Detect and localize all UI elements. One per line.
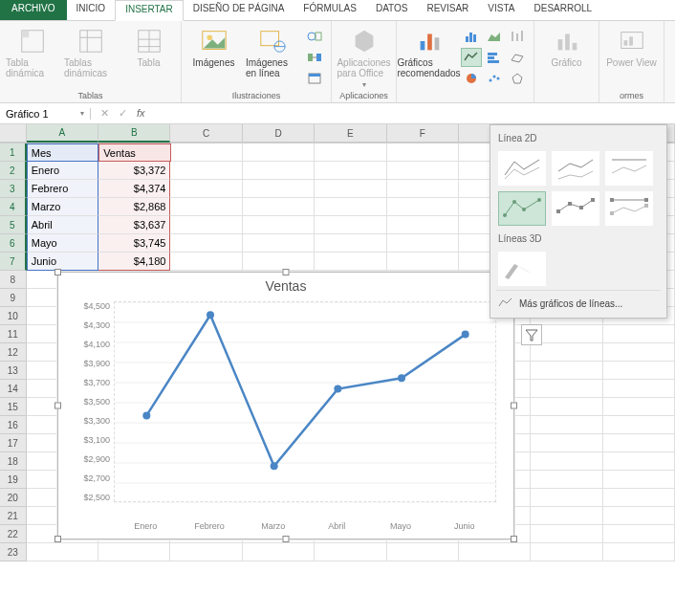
embedded-chart[interactable]: Ventas $4,500$4,300$4,100$3,900$3,700$3,… — [57, 272, 514, 539]
rowhead-12[interactable]: 12 — [0, 343, 27, 362]
cell[interactable] — [603, 325, 675, 343]
cell[interactable] — [531, 434, 602, 452]
cell[interactable] — [170, 198, 242, 216]
rowhead-13[interactable]: 13 — [0, 362, 27, 380]
colhead-A[interactable]: A — [27, 124, 98, 143]
cell[interactable] — [387, 198, 459, 216]
shapes-button[interactable] — [304, 27, 325, 46]
rowhead-3[interactable]: 3 — [0, 180, 27, 198]
resize-handle[interactable] — [511, 536, 517, 542]
surface-chart-button[interactable] — [507, 48, 528, 67]
cell[interactable] — [387, 234, 459, 253]
scatter-chart-button[interactable] — [484, 69, 505, 88]
tab-insert[interactable]: INSERTAR — [115, 0, 184, 21]
cell[interactable]: $3,745 — [98, 234, 170, 253]
tab-review[interactable]: REVISAR — [417, 0, 478, 20]
cell[interactable] — [315, 198, 386, 216]
cell[interactable] — [531, 525, 602, 543]
powerview-button[interactable]: Power View — [605, 27, 658, 68]
pivotchart-button[interactable]: Gráfico — [540, 27, 593, 68]
cell[interactable] — [243, 198, 315, 216]
cell[interactable]: $2,868 — [98, 198, 170, 216]
rowhead-22[interactable]: 22 — [0, 525, 27, 543]
smartart-button[interactable] — [304, 48, 325, 67]
cancel-icon[interactable]: ✕ — [100, 107, 109, 120]
cell[interactable]: $4,374 — [98, 180, 170, 198]
bar-chart-button[interactable] — [461, 27, 482, 46]
images-online-button[interactable]: Imágenes en línea — [246, 27, 298, 78]
cell[interactable] — [603, 416, 675, 434]
radar-chart-button[interactable] — [507, 69, 528, 88]
cell[interactable] — [315, 162, 386, 180]
cell[interactable] — [603, 543, 675, 561]
hbar-chart-button[interactable] — [484, 48, 505, 67]
cell[interactable] — [387, 543, 459, 561]
cell[interactable]: Enero — [27, 162, 98, 180]
cell[interactable] — [170, 180, 242, 198]
worksheet-grid[interactable]: A B C D E F G H I 1MesVentas2Enero$3,372… — [0, 124, 675, 561]
tab-developer[interactable]: DESARROLL — [525, 0, 602, 20]
cell[interactable] — [27, 543, 98, 561]
area-chart-button[interactable] — [484, 27, 505, 46]
rowhead-4[interactable]: 4 — [0, 198, 27, 216]
cell[interactable] — [531, 398, 602, 416]
cell[interactable] — [243, 162, 315, 180]
line-chart-button[interactable] — [461, 48, 482, 67]
cell[interactable]: Febrero — [27, 180, 98, 198]
cell[interactable] — [603, 434, 675, 452]
rowhead-20[interactable]: 20 — [0, 489, 27, 507]
rowhead-19[interactable]: 19 — [0, 471, 27, 489]
cell[interactable] — [243, 234, 315, 253]
resize-handle[interactable] — [283, 536, 290, 542]
recommended-pivots-button[interactable]: Tablas dinámicas — [64, 27, 117, 78]
line2d-option-3[interactable] — [605, 151, 653, 186]
rowhead-8[interactable]: 8 — [0, 271, 27, 289]
line2d-markers-option-1[interactable] — [498, 191, 546, 226]
tab-home[interactable]: INICIO — [67, 0, 116, 20]
pie-chart-button[interactable] — [461, 69, 482, 88]
cell[interactable] — [531, 343, 602, 362]
cell[interactable]: $3,637 — [98, 216, 170, 234]
rowhead-14[interactable]: 14 — [0, 380, 27, 398]
rowhead-1[interactable]: 1 — [0, 143, 27, 162]
cell[interactable] — [387, 180, 459, 198]
cell[interactable] — [603, 452, 675, 471]
tab-data[interactable]: DATOS — [366, 0, 418, 20]
tab-view[interactable]: VISTA — [478, 0, 524, 20]
rowhead-2[interactable]: 2 — [0, 162, 27, 180]
rowhead-18[interactable]: 18 — [0, 452, 27, 471]
cell[interactable] — [531, 452, 602, 471]
screenshot-button[interactable] — [304, 69, 325, 88]
cell[interactable] — [170, 162, 242, 180]
cell[interactable] — [387, 143, 459, 162]
cell[interactable]: Mes — [27, 143, 98, 162]
table-button[interactable]: Tabla — [122, 27, 175, 68]
line3d-option-1[interactable] — [498, 252, 546, 286]
rowhead-9[interactable]: 9 — [0, 289, 27, 307]
cell[interactable] — [531, 416, 602, 434]
cell[interactable] — [603, 489, 675, 507]
cell[interactable] — [531, 380, 602, 398]
tab-file[interactable]: ARCHIVO — [0, 0, 67, 20]
cell[interactable]: Ventas — [98, 143, 170, 162]
rowhead-7[interactable]: 7 — [0, 253, 27, 271]
tab-pagelayout[interactable]: DISEÑO DE PÁGINA — [184, 0, 294, 20]
rowhead-5[interactable]: 5 — [0, 216, 27, 234]
cell[interactable] — [531, 489, 602, 507]
pivottable-button[interactable]: Tabla dinámica — [6, 27, 58, 78]
cell[interactable] — [387, 216, 459, 234]
cell[interactable] — [603, 525, 675, 543]
rowhead-11[interactable]: 11 — [0, 325, 27, 343]
tab-formulas[interactable]: FÓRMULAS — [294, 0, 366, 20]
rowhead-17[interactable]: 17 — [0, 434, 27, 452]
cell[interactable] — [98, 543, 170, 561]
recommended-charts-button[interactable]: Gráficos recomendados — [403, 27, 455, 78]
apps-button[interactable]: Aplicaciones para Office — [338, 27, 390, 89]
rowhead-23[interactable]: 23 — [0, 543, 27, 561]
cell[interactable] — [531, 362, 602, 380]
cell[interactable] — [459, 543, 531, 561]
cell[interactable] — [243, 143, 315, 162]
resize-handle[interactable] — [54, 269, 61, 275]
cell[interactable] — [531, 543, 602, 561]
cell[interactable] — [315, 216, 386, 234]
